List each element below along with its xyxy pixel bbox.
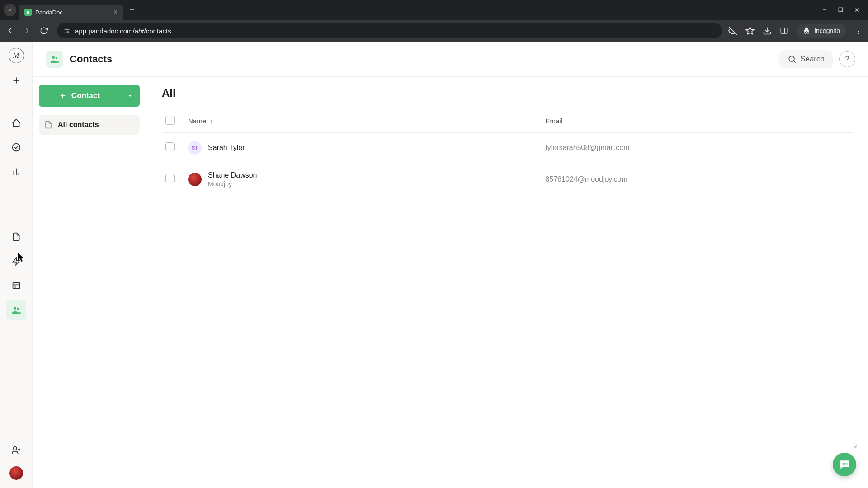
page-title: Contacts bbox=[70, 53, 112, 65]
new-contact-button[interactable]: Contact bbox=[39, 85, 120, 107]
plus-icon bbox=[11, 75, 21, 85]
browser-toolbar: app.pandadoc.com/a/#/contacts Incognito … bbox=[0, 20, 868, 42]
sort-asc-icon: ↑ bbox=[210, 118, 213, 125]
browser-forward-button[interactable] bbox=[23, 26, 33, 35]
new-contact-dropdown[interactable] bbox=[120, 85, 140, 107]
incognito-icon bbox=[802, 27, 811, 35]
browser-menu-button[interactable]: ⋮ bbox=[854, 26, 863, 36]
invite-user-icon bbox=[11, 445, 21, 455]
new-contact-label: Contact bbox=[71, 91, 100, 100]
svg-point-13 bbox=[804, 32, 807, 34]
rail-invite[interactable] bbox=[6, 440, 26, 460]
contact-name: Shane Dawson bbox=[208, 171, 257, 179]
window-minimize-button[interactable] bbox=[821, 7, 828, 13]
search-label: Search bbox=[800, 55, 825, 64]
bar-chart-icon bbox=[11, 167, 21, 177]
downloads-icon[interactable] bbox=[763, 26, 772, 35]
tab-close-button[interactable]: × bbox=[113, 8, 118, 16]
svg-point-18 bbox=[12, 144, 20, 151]
hide-extension-icon[interactable] bbox=[728, 26, 737, 35]
contact-name: Sarah Tyler bbox=[208, 144, 245, 152]
table-row[interactable]: ST Sarah Tyler tylersarah508@gmail.com bbox=[162, 133, 853, 163]
contact-email: 85761024@moodjoy.com bbox=[542, 163, 853, 196]
workspace-logo[interactable]: M bbox=[9, 48, 24, 63]
browser-tab[interactable]: p PandaDoc × bbox=[19, 5, 123, 20]
browser-back-button[interactable] bbox=[5, 26, 16, 35]
svg-marker-22 bbox=[13, 258, 19, 265]
page-header: Contacts Search ? bbox=[33, 42, 868, 77]
home-icon bbox=[11, 118, 21, 128]
table-row[interactable]: Shane Dawson Moodjoy 85761024@moodjoy.co… bbox=[162, 163, 853, 196]
window-close-button[interactable] bbox=[854, 7, 860, 13]
rail-reports[interactable] bbox=[6, 162, 26, 182]
chat-icon bbox=[839, 459, 850, 470]
content-area: Contacts Search ? Contact bbox=[33, 42, 868, 488]
catalog-icon bbox=[12, 281, 21, 290]
column-header-email[interactable]: Email bbox=[542, 109, 853, 133]
window-maximize-button[interactable] bbox=[838, 7, 844, 13]
search-button[interactable]: Search bbox=[779, 50, 833, 68]
bolt-icon bbox=[12, 256, 21, 266]
svg-marker-9 bbox=[746, 27, 754, 34]
list-title: All bbox=[162, 87, 853, 99]
help-button[interactable]: ? bbox=[839, 51, 855, 67]
tab-favicon: p bbox=[24, 9, 32, 16]
contacts-table: Name ↑ Email bbox=[162, 109, 853, 196]
svg-point-26 bbox=[14, 307, 16, 310]
rail-documents[interactable] bbox=[6, 227, 26, 247]
svg-point-40 bbox=[846, 463, 848, 465]
document-icon bbox=[12, 232, 21, 242]
rail-tasks[interactable] bbox=[6, 137, 26, 157]
browser-action-icons: Incognito ⋮ bbox=[728, 24, 863, 38]
site-settings-icon[interactable] bbox=[63, 27, 71, 34]
row-checkbox[interactable] bbox=[165, 142, 175, 151]
question-icon: ? bbox=[845, 55, 849, 63]
svg-point-6 bbox=[66, 29, 67, 30]
new-contact-split-button: Contact bbox=[39, 85, 140, 107]
table-header-row: Name ↑ Email bbox=[162, 109, 853, 133]
row-checkbox[interactable] bbox=[165, 174, 175, 183]
svg-rect-11 bbox=[781, 28, 787, 33]
svg-point-27 bbox=[17, 308, 19, 310]
svg-point-33 bbox=[789, 56, 794, 61]
svg-marker-37 bbox=[129, 95, 132, 97]
page-icon bbox=[46, 51, 63, 68]
new-tab-button[interactable]: + bbox=[129, 5, 135, 15]
rail-catalog[interactable] bbox=[6, 276, 26, 296]
rail-automations[interactable] bbox=[6, 251, 26, 271]
select-all-checkbox[interactable] bbox=[165, 116, 175, 125]
file-icon bbox=[44, 120, 52, 129]
secondary-sidebar: Contact All contacts bbox=[33, 77, 146, 488]
svg-point-28 bbox=[13, 447, 16, 450]
rail-profile-avatar[interactable] bbox=[9, 466, 23, 480]
main-panel: All Name ↑ Email bbox=[146, 77, 868, 488]
address-bar[interactable]: app.pandadoc.com/a/#/contacts bbox=[57, 23, 722, 38]
side-panel-icon[interactable] bbox=[780, 27, 788, 35]
contact-avatar bbox=[188, 173, 202, 186]
chevron-down-icon bbox=[7, 7, 13, 13]
chat-close-button[interactable]: × bbox=[853, 443, 857, 451]
search-icon bbox=[788, 55, 797, 64]
nav-rail: M bbox=[0, 42, 33, 488]
check-circle-icon bbox=[11, 142, 21, 152]
sidebar-item-all-contacts[interactable]: All contacts bbox=[39, 115, 140, 135]
incognito-indicator[interactable]: Incognito bbox=[796, 24, 846, 38]
svg-point-14 bbox=[807, 32, 809, 34]
tab-search-button[interactable] bbox=[4, 4, 16, 16]
rail-home[interactable] bbox=[6, 113, 26, 133]
browser-reload-button[interactable] bbox=[40, 27, 51, 35]
browser-tab-strip: p PandaDoc × + bbox=[0, 0, 868, 20]
contacts-icon bbox=[50, 54, 60, 64]
svg-point-31 bbox=[52, 56, 55, 58]
column-header-name[interactable]: Name ↑ bbox=[184, 109, 542, 133]
bookmark-star-icon[interactable] bbox=[745, 26, 755, 35]
rail-contacts[interactable] bbox=[6, 300, 26, 320]
chat-fab[interactable] bbox=[833, 453, 856, 476]
rail-new-button[interactable] bbox=[6, 70, 26, 90]
contact-company: Moodjoy bbox=[208, 180, 257, 188]
svg-rect-1 bbox=[839, 8, 843, 12]
chat-widget: × bbox=[833, 453, 856, 476]
svg-line-34 bbox=[794, 61, 796, 62]
app-root: M bbox=[0, 42, 868, 488]
svg-point-7 bbox=[67, 31, 69, 33]
